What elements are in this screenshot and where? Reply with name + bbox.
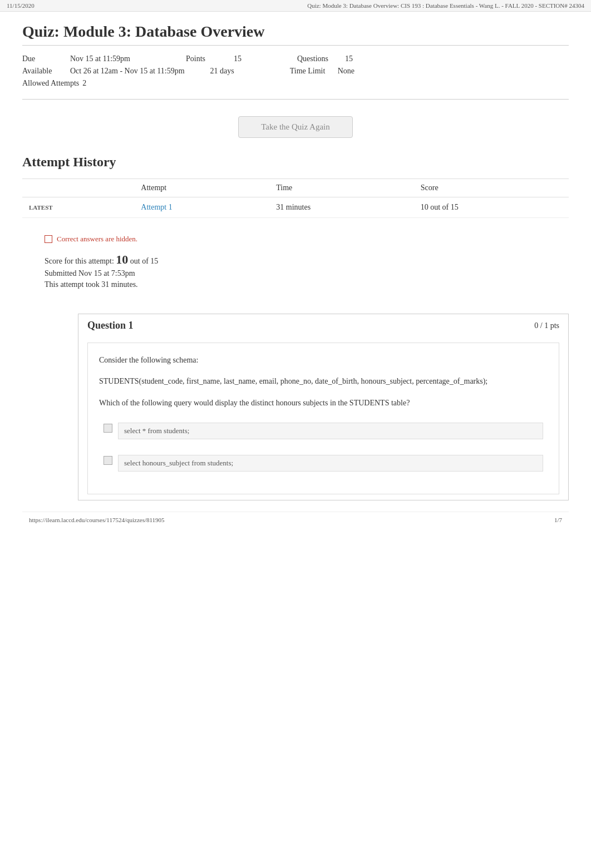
answer-text: select honours_subject from students; xyxy=(118,455,543,472)
score-number: 10 xyxy=(116,252,128,266)
attempt-time: 31 minutes xyxy=(269,197,413,218)
schema-intro: Consider the following schema: xyxy=(99,354,548,366)
browser-date: 11/15/2020 xyxy=(7,2,35,9)
attempt-score-section: Correct answers are hidden. Score for th… xyxy=(22,224,569,302)
question-text: Which of the following query would displ… xyxy=(99,397,548,409)
attempt-history-section: Attempt History Attempt Time Score LATES… xyxy=(22,155,569,218)
score-info: Score for this attempt: 10 out of 15 xyxy=(45,252,569,267)
quiz-again-wrapper: Take the Quiz Again xyxy=(22,116,569,138)
score-label: Score for this attempt: xyxy=(45,257,114,265)
time-limit-value: None xyxy=(338,67,354,76)
meta-table: Due Nov 15 at 11:59pm Points 15 Question… xyxy=(22,54,569,88)
took-info: This attempt took 31 minutes. xyxy=(45,280,569,289)
col-header-time: Time xyxy=(269,179,413,197)
answer-option: select honours_subject from students; xyxy=(99,450,548,476)
attempt-badge: LATEST xyxy=(22,197,134,218)
allowed-pair: Allowed Attempts 2 xyxy=(22,79,109,88)
available-label: Available xyxy=(22,67,67,76)
divider-1 xyxy=(22,99,569,100)
points-pair: Points 15 xyxy=(186,54,264,63)
due-label: Due xyxy=(22,54,67,63)
points-value: 15 xyxy=(234,54,242,63)
col-header-attempt: Attempt xyxy=(134,179,269,197)
submitted-info: Submitted Nov 15 at 7:53pm xyxy=(45,269,569,278)
attempt-row: LATEST Attempt 1 31 minutes 10 out of 15 xyxy=(22,197,569,218)
allowed-value: 2 xyxy=(82,79,86,88)
time-limit-label: Time Limit xyxy=(290,67,334,76)
answer-text: select * from students; xyxy=(118,423,543,439)
notice-icon xyxy=(45,235,52,243)
take-quiz-again-button[interactable]: Take the Quiz Again xyxy=(238,116,353,138)
questions-value: 15 xyxy=(345,54,353,63)
attempt-link-cell[interactable]: Attempt 1 xyxy=(134,197,269,218)
footer-url: https://ilearn.laccd.edu/courses/117524/… xyxy=(29,517,165,523)
col-header-score: Score xyxy=(414,179,569,197)
points-label: Points xyxy=(186,54,230,63)
answer-radio xyxy=(104,456,112,465)
question-title: Question 1 xyxy=(87,320,134,331)
questions-container: Incorrect Question 1 0 / 1 pts Consider … xyxy=(22,314,569,500)
questions-label: Questions xyxy=(297,54,342,63)
time-limit-pair: Time Limit None xyxy=(290,67,377,76)
schema-text: STUDENTS(student_code, first_name, last_… xyxy=(99,375,548,388)
correct-answers-notice: Correct answers are hidden. xyxy=(45,235,569,244)
attempt-score: 10 out of 15 xyxy=(414,197,569,218)
question-wrapper: Incorrect Question 1 0 / 1 pts Consider … xyxy=(22,314,569,500)
meta-row-2: Available Oct 26 at 12am - Nov 15 at 11:… xyxy=(22,67,569,76)
questions-pair: Questions 15 xyxy=(297,54,375,63)
question-pts: 0 / 1 pts xyxy=(534,321,559,330)
footer-page: 1/7 xyxy=(554,517,562,523)
score-out-of: out of 15 xyxy=(130,257,159,265)
correct-answers-text: Correct answers are hidden. xyxy=(57,235,137,244)
page-container: Quiz: Module 3: Database Overview Due No… xyxy=(0,12,591,550)
attempt-link[interactable]: Attempt 1 xyxy=(141,203,172,211)
browser-title: Quiz: Module 3: Database Overview: CIS 1… xyxy=(307,2,584,9)
col-header-spacer xyxy=(22,179,134,197)
due-value: Nov 15 at 11:59pm xyxy=(70,54,130,63)
footer-bar: https://ilearn.laccd.edu/courses/117524/… xyxy=(22,512,569,528)
answer-radio xyxy=(104,424,112,433)
meta-row-1: Due Nov 15 at 11:59pm Points 15 Question… xyxy=(22,54,569,63)
question-block: Question 1 0 / 1 pts Consider the follow… xyxy=(78,314,569,500)
available-days: 21 days xyxy=(210,67,234,76)
question-body: Consider the following schema: STUDENTS(… xyxy=(87,343,559,494)
meta-row-3: Allowed Attempts 2 xyxy=(22,79,569,88)
attempt-history-table: Attempt Time Score LATEST Attempt 1 31 m… xyxy=(22,178,569,218)
page-title: Quiz: Module 3: Database Overview xyxy=(22,23,569,46)
allowed-label: Allowed Attempts xyxy=(22,79,79,88)
attempt-history-title: Attempt History xyxy=(22,155,569,170)
browser-bar: 11/15/2020 Quiz: Module 3: Database Over… xyxy=(0,0,591,12)
question-header: Question 1 0 / 1 pts xyxy=(78,314,568,337)
available-pair: Available Oct 26 at 12am - Nov 15 at 11:… xyxy=(22,67,257,76)
due-pair: Due Nov 15 at 11:59pm xyxy=(22,54,152,63)
answer-option: select * from students; xyxy=(99,418,548,444)
available-value: Oct 26 at 12am - Nov 15 at 11:59pm xyxy=(70,67,185,76)
